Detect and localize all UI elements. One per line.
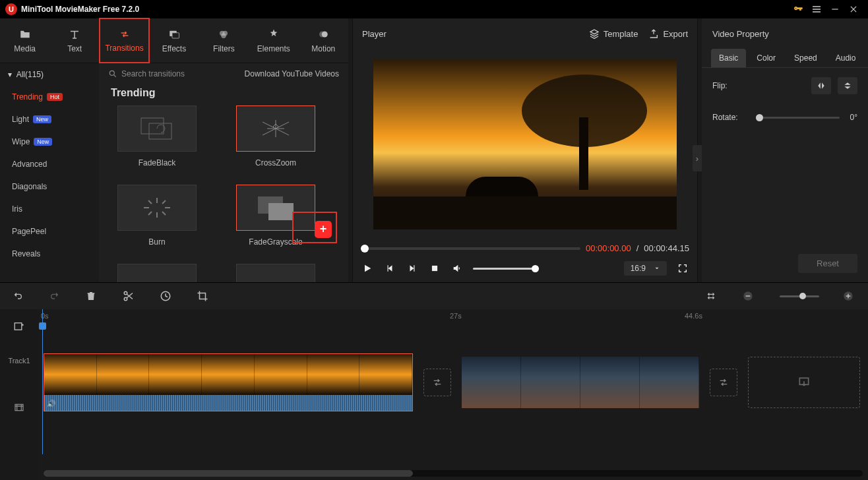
zoom-out-button[interactable] bbox=[743, 291, 756, 301]
svg-rect-19 bbox=[746, 295, 751, 296]
transition-extra2[interactable] bbox=[230, 264, 322, 282]
transition-extra1[interactable] bbox=[111, 264, 203, 282]
transition-burn[interactable]: Burn bbox=[111, 185, 203, 247]
prev-frame-button[interactable] bbox=[383, 262, 396, 275]
tab-text[interactable]: Text bbox=[49, 18, 99, 63]
grid-title: Trending bbox=[99, 84, 348, 105]
category-iris[interactable]: Iris bbox=[0, 198, 99, 220]
search-input[interactable]: Search transitions bbox=[108, 69, 222, 78]
category-reveals[interactable]: Reveals bbox=[0, 243, 99, 265]
video-track-icon bbox=[13, 378, 25, 437]
transition-grid: FadeBlack CrossZoom Burn bbox=[99, 105, 348, 282]
svg-rect-24 bbox=[15, 404, 23, 410]
transition-crosszoom[interactable]: CrossZoom bbox=[230, 105, 322, 167]
timeline-ruler[interactable]: 0s 27s 44.6s bbox=[38, 309, 868, 326]
search-icon bbox=[108, 69, 117, 78]
property-title: Video Property bbox=[702, 18, 868, 49]
transition-fadeblack[interactable]: FadeBlack bbox=[111, 105, 203, 167]
split-button[interactable] bbox=[123, 290, 136, 302]
clip-2[interactable] bbox=[462, 357, 699, 408]
current-time: 00:00:00.00 bbox=[586, 243, 631, 253]
player-panel: Player Template Export 00:00:00.00 bbox=[352, 18, 698, 282]
drop-clip-zone[interactable] bbox=[748, 357, 860, 408]
property-panel: Video Property Basic Color Speed Audio F… bbox=[702, 18, 868, 282]
svg-rect-23 bbox=[15, 323, 22, 330]
property-tab-audio[interactable]: Audio bbox=[828, 49, 864, 67]
svg-point-4 bbox=[222, 33, 227, 38]
category-light[interactable]: Light New bbox=[0, 108, 99, 131]
speaker-icon: 🔊 bbox=[47, 400, 56, 408]
category-diagonals[interactable]: Diagonals bbox=[0, 175, 99, 198]
seek-bar[interactable] bbox=[361, 247, 580, 250]
flip-label: Flip: bbox=[712, 81, 745, 90]
property-tabs: Basic Color Speed Audio bbox=[702, 49, 868, 68]
tab-filters[interactable]: Filters bbox=[199, 18, 249, 63]
property-tab-speed[interactable]: Speed bbox=[786, 49, 825, 67]
category-list: ▾ All(115) Trending Hot Light New Wipe N… bbox=[0, 63, 99, 282]
tab-effects[interactable]: Effects bbox=[149, 18, 199, 63]
undo-button[interactable] bbox=[12, 291, 25, 301]
timeline-scrollbar[interactable] bbox=[44, 470, 863, 477]
fit-button[interactable] bbox=[706, 291, 719, 301]
aspect-ratio-select[interactable]: 16:9 bbox=[624, 261, 667, 276]
transition-slot-1[interactable] bbox=[423, 369, 451, 396]
panel-collapse-handle[interactable]: › bbox=[693, 145, 702, 171]
app-logo: U bbox=[5, 3, 17, 15]
stop-button[interactable] bbox=[428, 262, 441, 275]
category-trending[interactable]: Trending Hot bbox=[0, 86, 99, 108]
add-track-button[interactable] bbox=[13, 309, 25, 344]
category-pagepeel[interactable]: PagePeel bbox=[0, 220, 99, 243]
speed-button[interactable] bbox=[160, 290, 173, 302]
playhead[interactable] bbox=[42, 309, 43, 454]
delete-button[interactable] bbox=[86, 290, 99, 302]
license-key-icon[interactable] bbox=[789, 0, 807, 18]
minimize-button[interactable] bbox=[826, 0, 844, 18]
track1-label: Track1 bbox=[8, 344, 30, 378]
clip-1[interactable]: 🔊 bbox=[44, 353, 413, 411]
crop-button[interactable] bbox=[197, 290, 210, 302]
next-frame-button[interactable] bbox=[406, 262, 419, 275]
flip-vertical-button[interactable] bbox=[838, 77, 857, 94]
tab-motion[interactable]: Motion bbox=[299, 18, 348, 63]
play-button[interactable] bbox=[361, 262, 374, 275]
tab-elements[interactable]: Elements bbox=[249, 18, 298, 63]
fullscreen-button[interactable] bbox=[676, 262, 689, 275]
export-button[interactable]: Export bbox=[648, 28, 688, 39]
property-tab-color[interactable]: Color bbox=[749, 49, 784, 67]
rotate-label: Rotate: bbox=[712, 113, 745, 122]
template-button[interactable]: Template bbox=[589, 28, 638, 39]
flip-horizontal-button[interactable] bbox=[811, 77, 831, 94]
library-panel: Media Text Transitions Effects Filters E… bbox=[0, 18, 348, 282]
tab-label: Text bbox=[67, 44, 82, 53]
svg-rect-8 bbox=[141, 118, 164, 134]
download-youtube-link[interactable]: Download YouTube Videos bbox=[232, 69, 339, 78]
category-all[interactable]: ▾ All(115) bbox=[0, 63, 99, 86]
redo-button[interactable] bbox=[49, 291, 62, 301]
volume-button[interactable] bbox=[450, 262, 464, 275]
timeline-track-headers: Track1 bbox=[0, 309, 38, 480]
tab-label: Transitions bbox=[105, 44, 143, 53]
transition-fadegrayscale[interactable]: + FadeGrayscale bbox=[230, 185, 322, 247]
timeline-tracks[interactable]: 0s 27s 44.6s 🔊 bbox=[38, 309, 868, 480]
badge-hot: Hot bbox=[47, 93, 63, 101]
zoom-slider[interactable] bbox=[780, 295, 819, 297]
category-wipe[interactable]: Wipe New bbox=[0, 131, 99, 153]
svg-rect-9 bbox=[149, 123, 171, 139]
titlebar: U MiniTool MovieMaker Free 7.2.0 bbox=[0, 0, 868, 18]
rotate-slider[interactable] bbox=[756, 117, 840, 119]
menu-icon[interactable] bbox=[807, 0, 826, 18]
category-advanced[interactable]: Advanced bbox=[0, 153, 99, 175]
volume-slider[interactable] bbox=[473, 268, 539, 270]
export-icon bbox=[648, 28, 659, 39]
svg-rect-1 bbox=[172, 32, 179, 38]
tab-label: Filters bbox=[213, 44, 235, 53]
zoom-in-button[interactable] bbox=[843, 291, 856, 301]
property-tab-basic[interactable]: Basic bbox=[711, 49, 746, 67]
preview-area bbox=[353, 49, 697, 239]
tab-transitions[interactable]: Transitions bbox=[100, 18, 149, 63]
transition-slot-2[interactable] bbox=[710, 369, 737, 396]
close-button[interactable] bbox=[844, 0, 863, 18]
tab-media[interactable]: Media bbox=[0, 18, 49, 63]
reset-button[interactable]: Reset bbox=[798, 254, 857, 273]
add-transition-button[interactable]: + bbox=[315, 221, 332, 238]
